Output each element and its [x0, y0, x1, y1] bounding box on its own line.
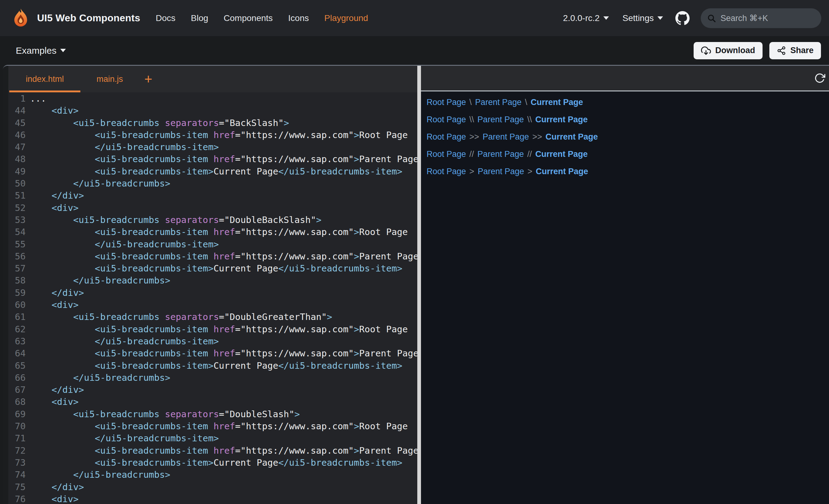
examples-label: Examples [16, 45, 57, 56]
preview-toolbar [421, 66, 829, 91]
code-area[interactable]: 1...44 <div>45 <ui5-breadcrumbs separato… [8, 92, 417, 504]
code-line[interactable]: 70 <ui5-breadcrumbs-item href="https://w… [8, 420, 417, 432]
code-line[interactable]: 54 <ui5-breadcrumbs-item href="https://w… [8, 226, 417, 238]
line-number: 46 [8, 129, 26, 141]
code-line[interactable]: 60 <div> [8, 299, 417, 311]
breadcrumb-link[interactable]: Parent Page [482, 132, 529, 142]
preview-pane: Root Page\Parent Page\Current PageRoot P… [421, 66, 829, 504]
nav-right: 2.0.0-rc.2 Settings Search ⌘+K [549, 8, 829, 28]
code-line[interactable]: 49 <ui5-breadcrumbs-item>Current Page</u… [8, 165, 417, 178]
code-line[interactable]: 61 <ui5-breadcrumbs separators="DoubleGr… [8, 311, 417, 323]
examples-dropdown[interactable]: Examples [16, 45, 66, 56]
line-number: 71 [8, 432, 26, 444]
code-line[interactable]: 56 <ui5-breadcrumbs-item href="https://w… [8, 250, 417, 263]
breadcrumb-link[interactable]: Root Page [427, 167, 466, 176]
code-editor[interactable]: index.htmlmain.js+ 1...44 <div>45 <ui5-b… [8, 66, 417, 504]
breadcrumb-current: Current Page [546, 132, 598, 142]
code-line[interactable]: 69 <ui5-breadcrumbs separators="DoubleSl… [8, 408, 417, 420]
code-line[interactable]: 57 <ui5-breadcrumbs-item>Current Page</u… [8, 263, 417, 275]
line-number: 54 [8, 226, 26, 238]
code-line[interactable]: 58 </ui5-breadcrumbs> [8, 275, 417, 286]
code-line[interactable]: 68 <div> [8, 396, 417, 408]
breadcrumb-separator: \\ [470, 115, 474, 124]
code-line[interactable]: 71 </ui5-breadcrumbs-item> [8, 432, 417, 444]
tab-index.html[interactable]: index.html [9, 74, 80, 84]
code-line[interactable]: 75 </div> [8, 481, 417, 493]
chevron-down-icon [603, 16, 609, 20]
breadcrumb-separator: \ [470, 98, 472, 107]
breadcrumb-link[interactable]: Root Page [427, 132, 466, 142]
line-content: </ui5-breadcrumbs-item> [30, 238, 219, 250]
download-button[interactable]: Download [694, 42, 762, 59]
version-dropdown[interactable]: 2.0.0-rc.2 [563, 13, 609, 23]
line-number: 57 [8, 263, 26, 275]
code-line[interactable]: 46 <ui5-breadcrumbs-item href="https://w… [8, 129, 417, 141]
code-line[interactable]: 47 </ui5-breadcrumbs-item> [8, 141, 417, 153]
line-content: </ui5-breadcrumbs-item> [30, 335, 219, 347]
code-line[interactable]: 50 </ui5-breadcrumbs> [8, 178, 417, 190]
nav-link-docs[interactable]: Docs [156, 13, 176, 23]
pane-splitter[interactable] [417, 66, 421, 504]
code-line[interactable]: 52 <div> [8, 202, 417, 214]
code-line[interactable]: 74 </ui5-breadcrumbs> [8, 469, 417, 481]
code-line[interactable]: 65 <ui5-breadcrumbs-item>Current Page</u… [8, 360, 417, 372]
code-line[interactable]: 51 </div> [8, 190, 417, 202]
nav-link-blog[interactable]: Blog [191, 13, 208, 23]
breadcrumb-link[interactable]: Root Page [427, 98, 466, 107]
line-content: </div> [30, 287, 84, 299]
code-line[interactable]: 64 <ui5-breadcrumbs-item href="https://w… [8, 347, 417, 359]
brand-title[interactable]: UI5 Web Components [37, 12, 140, 24]
line-content: <ui5-breadcrumbs-item href="https://www.… [30, 153, 417, 165]
code-line[interactable]: 62 <ui5-breadcrumbs-item href="https://w… [8, 323, 417, 335]
line-number: 55 [8, 238, 26, 250]
line-number: 44 [8, 105, 26, 117]
breadcrumb-link[interactable]: Parent Page [477, 150, 524, 159]
line-number: 66 [8, 372, 26, 384]
github-icon[interactable] [675, 11, 690, 25]
editor-pane: index.htmlmain.js+ 1...44 <div>45 <ui5-b… [3, 66, 417, 504]
code-line[interactable]: 73 <ui5-breadcrumbs-item>Current Page</u… [8, 457, 417, 469]
breadcrumb-link[interactable]: Root Page [427, 115, 466, 124]
code-line[interactable]: 44 <div> [8, 105, 417, 117]
settings-dropdown[interactable]: Settings [622, 13, 663, 23]
editor-tab-bar: index.htmlmain.js+ [8, 66, 417, 92]
chevron-down-icon [60, 49, 66, 52]
line-number: 69 [8, 408, 26, 420]
nav-link-components[interactable]: Components [224, 13, 273, 23]
line-content: <ui5-breadcrumbs separators="BackSlash"> [30, 117, 289, 129]
code-line[interactable]: 59 </div> [8, 287, 417, 299]
playground-panel: index.htmlmain.js+ 1...44 <div>45 <ui5-b… [3, 65, 829, 504]
toolbar-actions: Download Share [694, 42, 821, 59]
nav-link-icons[interactable]: Icons [288, 13, 309, 23]
code-line[interactable]: 55 </ui5-breadcrumbs-item> [8, 238, 417, 250]
breadcrumb-link[interactable]: Parent Page [477, 167, 524, 176]
code-line[interactable]: 76 <div> [8, 493, 417, 504]
code-line[interactable]: 48 <ui5-breadcrumbs-item href="https://w… [8, 153, 417, 165]
breadcrumbs-row: Root Page>Parent Page>Current Page [427, 167, 829, 176]
line-number: 67 [8, 384, 26, 396]
line-content: <ui5-breadcrumbs separators="DoubleSlash… [30, 408, 300, 420]
breadcrumb-link[interactable]: Parent Page [475, 98, 521, 107]
code-line[interactable]: 66 </ui5-breadcrumbs> [8, 372, 417, 384]
refresh-icon[interactable] [814, 73, 825, 84]
code-line[interactable]: 72 <ui5-breadcrumbs-item href="https://w… [8, 445, 417, 457]
breadcrumb-separator: \ [525, 98, 527, 107]
breadcrumb-link[interactable]: Root Page [427, 150, 466, 159]
add-tab-button[interactable]: + [144, 73, 152, 85]
code-line[interactable]: 45 <ui5-breadcrumbs separators="BackSlas… [8, 117, 417, 129]
breadcrumb-separator: \\ [527, 115, 532, 124]
code-line[interactable]: 53 <ui5-breadcrumbs separators="DoubleBa… [8, 214, 417, 226]
line-content: </ui5-breadcrumbs> [30, 178, 170, 190]
line-number: 51 [8, 190, 26, 202]
top-nav: UI5 Web Components DocsBlogComponentsIco… [0, 0, 829, 36]
breadcrumb-link[interactable]: Parent Page [477, 115, 524, 124]
code-line[interactable]: 1... [8, 93, 417, 105]
code-line[interactable]: 67 </div> [8, 384, 417, 396]
nav-link-playground[interactable]: Playground [324, 13, 368, 23]
tab-main.js[interactable]: main.js [86, 74, 133, 84]
search-input[interactable]: Search ⌘+K [701, 8, 821, 28]
line-content: <div> [30, 202, 78, 214]
code-line[interactable]: 63 </ui5-breadcrumbs-item> [8, 335, 417, 347]
share-button[interactable]: Share [769, 42, 821, 59]
ui5-logo-icon[interactable] [10, 8, 31, 29]
